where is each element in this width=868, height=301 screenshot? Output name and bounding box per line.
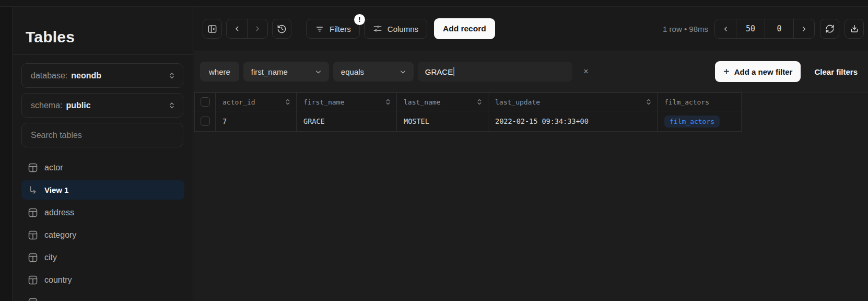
text-caret — [453, 67, 454, 76]
column-header-label: film_actors — [664, 98, 709, 106]
sidebar: Tables database: neondb schema: public — [13, 7, 193, 301]
download-button[interactable] — [844, 19, 864, 39]
chevron-right-icon — [800, 25, 808, 33]
refresh-button[interactable] — [820, 19, 839, 39]
refresh-icon — [825, 24, 835, 33]
where-label: where — [200, 62, 239, 82]
film-actors-link-badge[interactable]: film_actors — [664, 115, 720, 128]
page-offset-field[interactable]: 0 — [765, 19, 793, 38]
database-select[interactable]: database: neondb — [21, 63, 183, 88]
column-header-actor-id[interactable]: actor_id — [216, 93, 297, 111]
filters-button[interactable]: Filters ! — [306, 19, 360, 39]
select-all-checkbox[interactable] — [201, 97, 210, 107]
table-content-area: actor_id first_name last_name — [194, 92, 868, 301]
column-header-last-update[interactable]: last_update — [488, 93, 658, 111]
columns-button-label: Columns — [388, 25, 418, 33]
page-size-field[interactable]: 50 — [736, 19, 765, 38]
page-prev-button[interactable] — [715, 19, 736, 38]
filter-operator-value: equals — [341, 67, 364, 76]
left-edge-strip — [0, 7, 13, 301]
filter-value-text: GRACE — [425, 67, 453, 76]
schema-select-label: schema: — [31, 101, 62, 110]
remove-filter-icon[interactable]: × — [579, 64, 593, 79]
column-header-first-name[interactable]: first_name — [297, 93, 397, 111]
schema-select-value: public — [66, 101, 90, 110]
window-top-strip — [0, 0, 868, 7]
add-filter-button[interactable]: + Add a new filter — [715, 61, 801, 82]
sidebar-item-label: city — [44, 253, 57, 262]
chevron-left-icon — [722, 25, 730, 33]
sidebar-controls: database: neondb schema: public — [13, 55, 193, 118]
download-icon — [850, 24, 859, 33]
column-header-label: actor_id — [222, 98, 255, 106]
table-icon — [28, 230, 38, 240]
cell-film-actors: film_actors — [658, 111, 742, 131]
sidebar-item-label: country — [44, 275, 72, 285]
sidebar-item-clipped[interactable] — [21, 293, 184, 301]
sort-icon[interactable] — [646, 98, 652, 106]
table-icon — [28, 208, 38, 217]
history-nav-group — [226, 19, 268, 39]
plus-icon: + — [723, 66, 730, 78]
updown-caret-icon — [168, 101, 175, 109]
sidebar-header: Tables — [13, 7, 193, 55]
data-grid: actor_id first_name last_name — [194, 92, 742, 132]
back-button[interactable] — [227, 19, 247, 38]
table-icon — [28, 253, 38, 262]
table-icon — [28, 298, 38, 301]
column-header-film-actors[interactable]: film_actors — [658, 93, 742, 111]
updown-caret-icon — [168, 72, 175, 79]
chevron-left-icon — [233, 25, 241, 33]
sidebar-item-label: View 1 — [44, 186, 68, 194]
result-status: 1 row • 98ms — [663, 25, 708, 33]
row-select-cell — [195, 111, 216, 131]
cell-last-update[interactable]: 2022-02-15 09:34:33+00 — [488, 111, 658, 131]
toolbar: Filters ! Columns Add record 1 row • 98m… — [194, 7, 868, 51]
columns-button[interactable]: Columns — [364, 19, 427, 39]
sidebar-item-label: address — [44, 208, 74, 217]
filter-operator-select[interactable]: equals — [333, 62, 414, 82]
sort-icon[interactable] — [476, 98, 483, 106]
sidebar-item-city[interactable]: city — [21, 248, 184, 267]
sidebar-item-category[interactable]: category — [21, 225, 184, 245]
filters-button-label: Filters — [330, 25, 351, 33]
chevron-down-icon — [399, 68, 407, 76]
cell-last-name[interactable]: MOSTEL — [397, 111, 488, 131]
table-list: actor View 1 address category city — [13, 158, 193, 301]
search-tables-input[interactable] — [22, 131, 183, 140]
sort-icon[interactable] — [285, 98, 291, 106]
history-clock-icon — [277, 24, 287, 34]
forward-button[interactable] — [247, 19, 267, 38]
add-filter-button-label: Add a new filter — [734, 67, 793, 76]
toolbar-right: 1 row • 98ms 50 0 — [663, 19, 864, 39]
sort-icon[interactable] — [385, 98, 391, 106]
column-header-last-name[interactable]: last_name — [397, 93, 488, 111]
sidebar-item-actor[interactable]: actor — [21, 158, 184, 177]
cell-actor-id[interactable]: 7 — [216, 111, 297, 131]
cell-first-name[interactable]: GRACE — [297, 111, 397, 131]
row-checkbox[interactable] — [201, 117, 210, 126]
table-row: 7 GRACE MOSTEL 2022-02-15 09:34:33+00 fi… — [195, 111, 742, 132]
column-header-label: last_name — [404, 98, 440, 106]
column-header-label: last_update — [495, 98, 540, 106]
add-record-button[interactable]: Add record — [434, 18, 495, 39]
history-button[interactable] — [272, 19, 291, 39]
filters-alert-badge: ! — [354, 14, 365, 25]
sidebar-item-country[interactable]: country — [21, 270, 184, 290]
page-next-button[interactable] — [793, 19, 814, 38]
toggle-sidebar-button[interactable] — [203, 19, 222, 39]
table-icon — [28, 275, 38, 285]
chevron-right-icon — [253, 25, 262, 33]
table-icon — [28, 163, 38, 172]
filter-column-select[interactable]: first_name — [243, 62, 329, 82]
column-header-label: first_name — [303, 98, 344, 106]
elbow-arrow-icon — [28, 186, 38, 195]
sidebar-item-address[interactable]: address — [21, 203, 184, 222]
filter-column-value: first_name — [251, 67, 288, 76]
clear-filters-button[interactable]: Clear filters — [814, 67, 858, 76]
sliders-icon — [373, 24, 382, 33]
schema-select[interactable]: schema: public — [21, 93, 183, 118]
filter-value-input[interactable]: GRACE — [418, 62, 572, 82]
chevron-down-icon — [314, 68, 322, 76]
sidebar-item-view-1[interactable]: View 1 — [21, 180, 184, 200]
